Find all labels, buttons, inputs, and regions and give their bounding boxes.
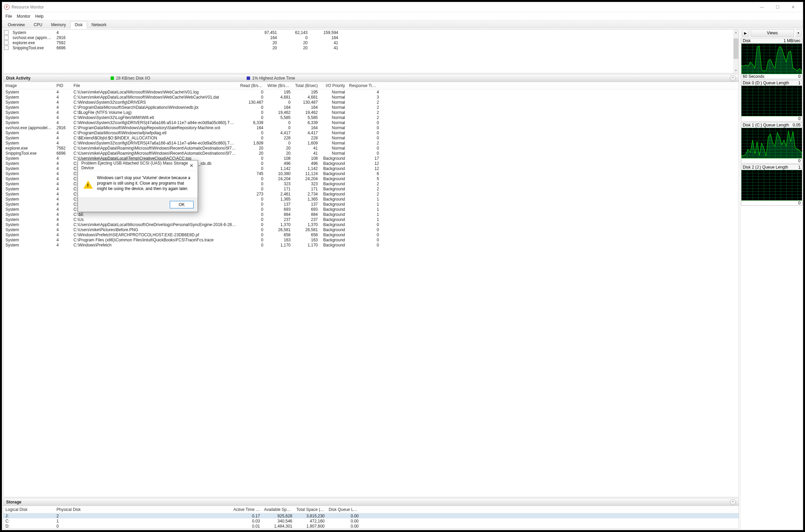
table-row[interactable]: J:20.17925,6283,815,2300.00 — [3, 513, 739, 518]
chart: Disk1 MB/sec60 Seconds0 — [741, 38, 802, 79]
collapse-button[interactable]: ⌃ — [730, 499, 736, 505]
table-row[interactable]: C:10.03340,546472,1600.00 — [3, 518, 739, 524]
views-dropdown[interactable]: ▼ — [795, 29, 802, 37]
chart: Disk 1 (C:) Queue Length0.050 — [741, 122, 802, 164]
ok-button[interactable]: OK — [170, 201, 194, 208]
table-row[interactable]: D:00.011,484,3011,907,6000.00 — [3, 524, 739, 529]
table-row[interactable]: SnippingTool.exe6696C:\Users\mike\AppDat… — [3, 151, 739, 156]
collapse-sidebar-button[interactable]: ▶ — [742, 29, 749, 37]
panel-title: Disk Activity — [6, 76, 31, 81]
dialog-title: Problem Ejecting USB Attached SCSI (UAS)… — [81, 161, 189, 170]
table-row[interactable]: System4C:\Users\mike\AppData\Local\Micro… — [3, 222, 739, 227]
table-row[interactable]: System4C:\$Extend\$ObjId:$O:$INDEX_ALLOC… — [3, 135, 739, 140]
chart: Disk 2 (J:) Queue Length10 — [741, 164, 802, 206]
app-icon — [4, 4, 10, 10]
table-row[interactable]: System4C:\Users\mike\Pictures\Before.PNG… — [3, 227, 739, 232]
menu-help[interactable]: Help — [35, 14, 44, 19]
dialog-close-button[interactable]: ✕ — [189, 163, 194, 168]
table-row[interactable]: System4C:\Us0237237Background1 — [3, 217, 739, 222]
tab-network[interactable]: Network — [87, 21, 111, 28]
column-header[interactable]: Response Time (… — [347, 83, 381, 88]
table-row[interactable]: System4C:\$E0884884Background1 — [3, 212, 739, 217]
chart: Disk 0 (D:) Queue Length10 — [741, 80, 802, 121]
scrollbar[interactable]: ▲▼ — [733, 30, 739, 73]
column-header[interactable]: Active Time (%) — [231, 507, 262, 512]
dialog-message: Windows can't stop your 'Volume' device … — [97, 175, 192, 192]
row-checkbox[interactable] — [4, 46, 9, 50]
table-row[interactable]: explorer.exe7592C:\Users\mike\AppData\Ro… — [3, 145, 739, 151]
window-title: Resource Monitor — [12, 5, 44, 10]
table-row[interactable]: System4C:\ProgramData\Microsoft\Windows\… — [3, 130, 739, 135]
charts-sidebar: ▶ Views ▼ Disk1 MB/sec60 Seconds0Disk 0 … — [740, 28, 803, 530]
tab-cpu[interactable]: CPU — [29, 21, 47, 28]
menubar: File Monitor Help — [2, 12, 803, 20]
row-checkbox[interactable] — [4, 30, 9, 35]
table-row[interactable]: svchost.exe (appmodel -p)29161640164 — [3, 35, 733, 40]
table-row[interactable]: System4C:\ProgramData\Microsoft\Search\D… — [3, 105, 739, 110]
column-header[interactable]: Image — [3, 83, 54, 88]
table-row[interactable]: System497,45162,143159,594 — [3, 30, 733, 35]
table-row[interactable]: System4C:\Windows\System32\config\DRIVER… — [3, 120, 739, 125]
tab-memory[interactable]: Memory — [47, 21, 70, 28]
minimize-button[interactable]: — — [754, 2, 770, 12]
column-header[interactable]: Total (B/sec) — [293, 83, 320, 88]
column-header[interactable]: File — [71, 83, 238, 88]
eject-error-dialog: Problem Ejecting USB Attached SCSI (UAS)… — [78, 160, 198, 212]
table-row[interactable]: svchost.exe (appmodel -p)2916C:\ProgramD… — [3, 125, 739, 130]
column-header[interactable]: Disk Queue Length — [327, 507, 361, 512]
column-header[interactable]: Read (B/sec) — [238, 83, 265, 88]
collapse-button[interactable]: ⌃ — [730, 75, 736, 81]
row-checkbox[interactable] — [4, 40, 9, 45]
tab-overview[interactable]: Overview — [3, 21, 29, 28]
table-row[interactable]: System4C:\Users\mike\AppData\Local\Micro… — [3, 89, 739, 95]
column-header[interactable]: Physical Disk — [54, 507, 231, 512]
tabbar: Overview CPU Memory Disk Network — [2, 20, 803, 28]
warning-icon — [83, 176, 93, 189]
column-header[interactable]: Total Space (MB) — [294, 507, 327, 512]
maximize-button[interactable]: ☐ — [770, 2, 785, 12]
disk-activity-panel: Disk Activity 28 KB/sec Disk I/O 1% High… — [3, 74, 739, 497]
resource-monitor-window: Resource Monitor — ☐ ✕ File Monitor Help… — [2, 2, 803, 530]
menu-file[interactable]: File — [5, 14, 12, 19]
table-row[interactable]: System4C:\Program Files (x86)\Common Fil… — [3, 237, 739, 242]
table-row[interactable]: System4C:\Windows\Prefetch\SEARCHPROTOCO… — [3, 232, 739, 237]
tab-disk[interactable]: Disk — [70, 21, 87, 28]
views-button[interactable]: Views — [751, 29, 794, 37]
menu-monitor[interactable]: Monitor — [17, 14, 30, 19]
column-header[interactable]: Logical Disk — [3, 507, 54, 512]
table-row[interactable]: SnippingTool.exe6696202041 — [3, 45, 733, 50]
row-checkbox[interactable] — [4, 35, 9, 40]
table-row[interactable]: explorer.exe7592202041 — [3, 40, 733, 45]
column-header[interactable]: PID — [54, 83, 71, 88]
titlebar[interactable]: Resource Monitor — ☐ ✕ — [2, 2, 803, 12]
column-header[interactable]: I/O Priority — [320, 83, 347, 88]
table-row[interactable]: System4C:\Windows\System32\config\DRIVER… — [3, 100, 739, 105]
table-row[interactable]: System4C:\Windows\System32\LogFiles\WMI\… — [3, 115, 739, 120]
storage-panel: Storage ⌃ Logical DiskPhysical DiskActiv… — [3, 498, 739, 529]
close-button[interactable]: ✕ — [785, 2, 801, 12]
table-row[interactable]: System4C:\$LogFile (NTFS Volume Log)019,… — [3, 110, 739, 115]
processes-panel: System497,45162,143159,594svchost.exe (a… — [3, 29, 739, 73]
table-row[interactable]: System4C:\Windows\System32\config\DRIVER… — [3, 140, 739, 145]
column-header[interactable]: Available Space (… — [262, 507, 294, 512]
table-row[interactable]: System4C:\Users\mike\AppData\Local\Micro… — [3, 95, 739, 100]
table-row[interactable]: System4C:\Windows\Prefetch01,1701,170Bac… — [3, 242, 739, 247]
column-header[interactable]: Write (B/sec) — [265, 83, 293, 88]
panel-title: Storage — [6, 500, 21, 504]
